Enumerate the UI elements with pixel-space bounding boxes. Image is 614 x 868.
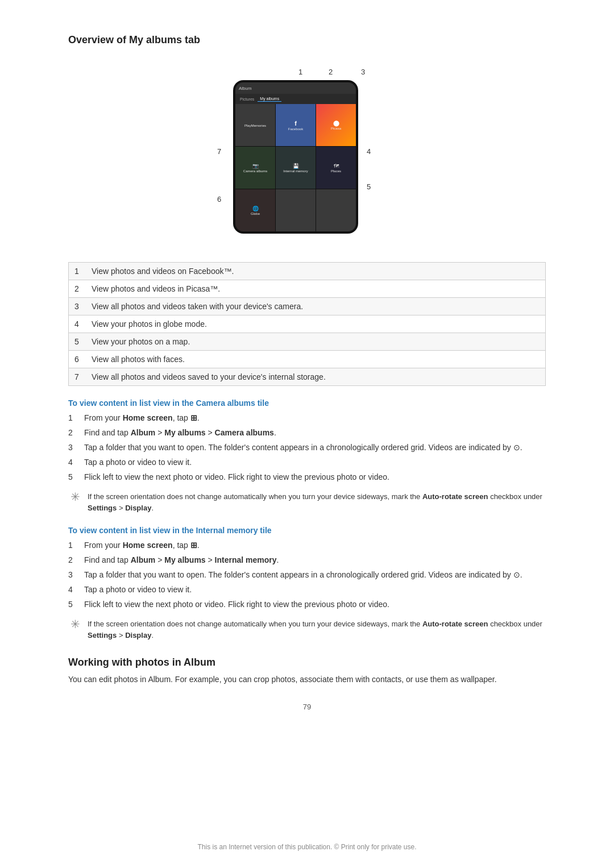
tab-myalbums: My albums <box>258 96 281 102</box>
step-text: Tap a photo or video to view it. <box>84 456 192 468</box>
row-text: View photos and videos in Picasa™. <box>92 284 220 293</box>
working-title: Working with photos in Album <box>68 657 546 668</box>
footer-text: This is an Internet version of this publ… <box>0 843 614 851</box>
step-num: 5 <box>68 471 84 483</box>
section-title: Overview of My albums tab <box>68 34 546 46</box>
step-item: 1From your Home screen, tap ⊞. <box>68 539 546 551</box>
step-item: 3Tap a folder that you want to open. The… <box>68 569 546 581</box>
row-text: View all photos with faces. <box>92 355 185 364</box>
step-num: 2 <box>68 554 84 566</box>
tile-places: 🗺 Places <box>316 147 356 189</box>
step-item: 2Find and tap Album > My albums > Intern… <box>68 554 546 566</box>
tile-extra1 <box>276 189 316 231</box>
row-text: View photos and videos on Facebook™. <box>92 267 234 276</box>
table-row: 5View your photos on a map. <box>69 333 545 351</box>
callout-2: 2 <box>329 68 333 76</box>
callout-4: 4 <box>367 147 371 156</box>
camera-note-text: If the screen orientation does not chang… <box>88 491 546 513</box>
table-row: 4View your photos in globe mode. <box>69 315 545 333</box>
step-num: 3 <box>68 569 84 581</box>
tile-playmemories: PlayMemories <box>235 104 275 146</box>
step-num: 4 <box>68 456 84 468</box>
step-text: Flick left to view the next photo or vid… <box>84 471 389 483</box>
row-num: 5 <box>74 337 92 346</box>
tile-internal-memory: 💾 Internal memory <box>276 147 316 189</box>
step-item: 2Find and tap Album > My albums > Camera… <box>68 427 546 439</box>
screen-top-bar-text: Album <box>239 86 252 91</box>
row-num: 2 <box>74 284 92 293</box>
row-num: 1 <box>74 267 92 276</box>
step-item: 3Tap a folder that you want to open. The… <box>68 442 546 454</box>
internal-note-text: If the screen orientation does not chang… <box>88 618 546 641</box>
row-num: 7 <box>74 372 92 381</box>
note-icon-2: ✳ <box>70 617 83 631</box>
table-row: 2View photos and videos in Picasa™. <box>69 280 545 298</box>
callout-3: 3 <box>361 68 365 76</box>
table-row: 6View all photos with faces. <box>69 351 545 368</box>
tile-extra2 <box>316 189 356 231</box>
working-text: You can edit photos in Album. For exampl… <box>68 673 546 686</box>
callout-5: 5 <box>367 182 371 191</box>
internal-steps: 1From your Home screen, tap ⊞.2Find and … <box>68 539 546 610</box>
row-num: 6 <box>74 355 92 364</box>
step-text: Find and tap Album > My albums > Camera … <box>84 427 276 439</box>
step-text: Flick left to view the next photo or vid… <box>84 599 389 610</box>
step-num: 4 <box>68 584 84 596</box>
step-text: Tap a folder that you want to open. The … <box>84 569 522 581</box>
camera-note: ✳ If the screen orientation does not cha… <box>68 491 546 513</box>
step-text: Find and tap Album > My albums > Interna… <box>84 554 279 566</box>
step-num: 3 <box>68 442 84 454</box>
step-num: 5 <box>68 599 84 610</box>
callout-6: 6 <box>217 195 221 203</box>
step-item: 4Tap a photo or video to view it. <box>68 584 546 596</box>
table-row: 7View all photos and videos saved to you… <box>69 368 545 385</box>
step-text: From your Home screen, tap ⊞. <box>84 539 200 551</box>
tile-facebook: f Facebook <box>276 104 316 146</box>
step-text: Tap a photo or video to view it. <box>84 584 192 596</box>
diagram-area: Album Pictures My albums PlayMemories f … <box>188 63 426 245</box>
tab-pictures: Pictures <box>238 97 256 102</box>
phone-mockup: Album Pictures My albums PlayMemories f … <box>233 80 358 234</box>
internal-section-title: To view content in list view in the Inte… <box>68 526 546 535</box>
row-num: 3 <box>74 302 92 311</box>
step-text: From your Home screen, tap ⊞. <box>84 412 200 424</box>
step-item: 4Tap a photo or video to view it. <box>68 456 546 468</box>
camera-section-title: To view content in list view in the Came… <box>68 398 546 408</box>
callout-1: 1 <box>298 68 302 76</box>
tile-globe: 🌐 Globe <box>235 189 275 231</box>
internal-note: ✳ If the screen orientation does not cha… <box>68 618 546 641</box>
overview-table: 1View photos and videos on Facebook™.2Vi… <box>68 262 546 386</box>
callout-7: 7 <box>217 147 221 156</box>
row-text: View all photos and videos saved to your… <box>92 372 326 381</box>
step-num: 1 <box>68 539 84 551</box>
tile-camera-albums: 📷 Camera albums <box>235 147 275 189</box>
camera-steps: 1From your Home screen, tap ⊞.2Find and … <box>68 412 546 483</box>
page-number: 79 <box>68 703 546 711</box>
row-text: View your photos on a map. <box>92 337 190 346</box>
table-row: 1View photos and videos on Facebook™. <box>69 263 545 280</box>
note-icon-1: ✳ <box>70 490 83 504</box>
table-row: 3View all photos and videos taken with y… <box>69 298 545 315</box>
row-text: View all photos and videos taken with yo… <box>92 302 303 311</box>
step-item: 5Flick left to view the next photo or vi… <box>68 471 546 483</box>
step-text: Tap a folder that you want to open. The … <box>84 442 522 454</box>
step-item: 1From your Home screen, tap ⊞. <box>68 412 546 424</box>
step-num: 2 <box>68 427 84 439</box>
row-num: 4 <box>74 319 92 329</box>
step-item: 5Flick left to view the next photo or vi… <box>68 599 546 610</box>
row-text: View your photos in globe mode. <box>92 319 207 329</box>
step-num: 1 <box>68 412 84 424</box>
tile-picasa: ⬤ Picasa <box>316 104 356 146</box>
